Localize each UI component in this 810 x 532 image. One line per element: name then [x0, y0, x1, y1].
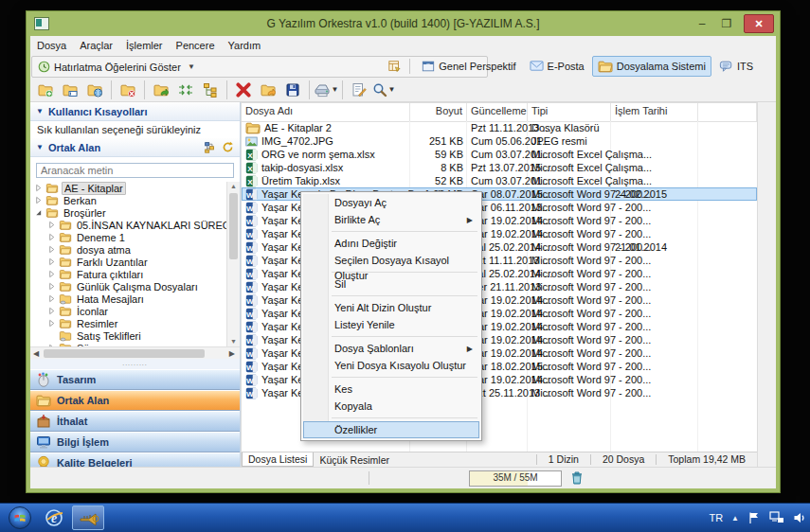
column-header-1[interactable]: Dosya Adı	[242, 103, 410, 121]
restore-button[interactable]	[256, 79, 280, 101]
tree-item-farklı-uzantılar[interactable]: Farklı Uzantılar	[30, 256, 226, 268]
perspective-e-posta[interactable]: E-Posta	[524, 56, 590, 77]
tree-item-fatura-çıktıları[interactable]: Fatura çıktıları	[30, 268, 226, 280]
speaker-icon[interactable]	[793, 511, 806, 524]
group-header-shortcuts[interactable]: ▼ Kullanıcı Kısayolları	[30, 102, 240, 121]
expand-icon[interactable]	[47, 257, 59, 266]
rename-folder-button[interactable]	[58, 79, 82, 101]
expand-icon[interactable]	[47, 245, 59, 254]
scroll-up-icon[interactable]: ▲	[227, 182, 240, 191]
expand-icon[interactable]	[47, 307, 59, 315]
sign-button[interactable]	[347, 79, 371, 101]
delete-button[interactable]	[231, 79, 256, 101]
delete-folder-button[interactable]	[116, 79, 140, 101]
tree-item-günlük-çalışma-dosyaları[interactable]: Günlük Çalışma Dosyaları	[30, 280, 226, 293]
tree-item-broşürler[interactable]: Broşürler	[30, 206, 226, 219]
file-row-1[interactable]: AE - Kitaplar 2Pzt 11.11.2013 ...Dosya K…	[242, 121, 757, 134]
file-row-3[interactable]: XORG ve norm şema.xlsx59 KBCum 03.07.201…	[242, 148, 757, 161]
layout-icon[interactable]	[385, 57, 404, 76]
tree-item-05-i-nsan-kaynaklari-süreci-[interactable]: 05.İNSAN KAYNAKLARI SÜRECİ	[30, 219, 226, 231]
context-menu-item-yeni-dosya-kısayolu-oluştur[interactable]: Yeni Dosya Kısayolu Oluştur	[303, 357, 479, 374]
new-folder-button[interactable]	[33, 79, 58, 101]
expand-icon[interactable]	[34, 196, 45, 204]
file-row-2[interactable]: IMG_4702.JPG251 KBCum 05.06.201...JPEG r…	[242, 134, 757, 148]
maximize-button[interactable]: ❐	[719, 15, 734, 32]
search-button[interactable]: ▼	[371, 79, 396, 101]
context-menu-item-birlikte-aç[interactable]: Birlikte Aç▶	[303, 211, 479, 228]
menu-item-3[interactable]: İşlemler	[119, 36, 170, 55]
orkestra-app-button[interactable]	[72, 505, 104, 530]
menu-item-4[interactable]: Pencere	[170, 36, 222, 55]
context-menu-item-özellikler[interactable]: Özellikler	[303, 421, 479, 438]
menu-item-2[interactable]: Araçlar	[73, 36, 119, 55]
context-menu-item-dosyayı-aç[interactable]: Dosyayı Aç	[303, 194, 479, 211]
save-button[interactable]	[280, 79, 305, 101]
show-hidden-icons-button[interactable]: ▲	[731, 514, 739, 523]
tree-vertical-scrollbar[interactable]: ▲ ▼	[226, 182, 240, 346]
tree-item-dosya-atma[interactable]: dosya atma	[30, 243, 226, 256]
scanner-button[interactable]: ▼	[314, 79, 338, 101]
tree-view-icon[interactable]	[204, 141, 216, 153]
close-button[interactable]: ✕	[744, 14, 774, 33]
tree-item-ae-kitaplar[interactable]: AE - Kitaplar	[30, 182, 226, 194]
scroll-left-icon[interactable]: ◀	[33, 349, 39, 358]
internet-explorer-button[interactable]: e	[38, 505, 70, 530]
action-center-flag-icon[interactable]	[747, 511, 761, 524]
refresh-icon[interactable]	[222, 141, 234, 153]
expand-icon[interactable]	[47, 282, 59, 291]
start-button[interactable]	[4, 505, 36, 530]
context-menu-item-adını-değiştir[interactable]: Adını Değiştir	[303, 235, 479, 252]
tab-file-list[interactable]: Dosya Listesi	[242, 452, 314, 467]
menu-item-1[interactable]: Dosya	[30, 36, 73, 55]
tree-item-i-conlar[interactable]: İconlar	[30, 305, 226, 317]
tree-item-satış-teklifleri[interactable]: Satış Teklifleri	[30, 329, 226, 342]
expand-icon[interactable]	[47, 294, 59, 303]
scrollbar-thumb[interactable]	[229, 193, 238, 259]
tree-item-hata-mesajları[interactable]: Hata Mesajları	[30, 293, 226, 305]
perspective-its[interactable]: ITS	[713, 56, 759, 77]
reminder-button[interactable]: Hatırlatma Öğelerini Göster ▼	[32, 58, 201, 76]
expand-icon[interactable]	[47, 270, 59, 278]
expand-icon[interactable]	[34, 184, 45, 192]
context-menu-item-yeni-alt-dizin-oluştur[interactable]: Yeni Alt Dizin Oluştur	[303, 299, 479, 316]
file-row-4[interactable]: Xtakip-dosyasi.xlsx8 KBPzt 13.07.2015 ..…	[242, 161, 757, 174]
language-indicator[interactable]: TR	[709, 512, 723, 523]
expand-icon[interactable]	[34, 208, 45, 217]
menu-item-5[interactable]: Yardım	[222, 36, 268, 55]
nav-button-ortak-alan[interactable]: Ortak Alan	[30, 390, 240, 411]
title-bar[interactable]: G Yazılım Orkestra v1.0 (build 1400) [G-…	[27, 11, 780, 36]
perspective-dosyalama-sistemi[interactable]: Dosyalama Sistemi	[592, 56, 711, 77]
scroll-right-icon[interactable]: ▶	[229, 349, 235, 358]
scroll-down-icon[interactable]: ▼	[227, 337, 240, 346]
move-folder-button[interactable]	[149, 79, 173, 101]
context-menu-item-listeyi-yenile[interactable]: Listeyi Yenile	[303, 316, 479, 333]
expand-icon[interactable]	[47, 319, 59, 328]
nav-button-tasarım[interactable]: Tasarım	[30, 369, 240, 390]
tree-item-resimler[interactable]: Resimler	[30, 317, 226, 329]
search-input[interactable]	[36, 163, 234, 178]
context-menu-item-kopyala[interactable]: Kopyala	[303, 398, 479, 415]
context-menu-item-sil[interactable]: Sil	[303, 275, 479, 293]
web-folder-button[interactable]	[82, 79, 107, 101]
column-header-5[interactable]: İşlem Tarihi	[611, 103, 698, 121]
context-menu-item-kes[interactable]: Kes	[303, 381, 479, 398]
tree-item-berkan[interactable]: Berkan	[30, 194, 226, 206]
file-row-5[interactable]: XÜretim Takip.xlsx52 KBCum 03.07.201...M…	[242, 174, 757, 187]
nav-button-i-thalat[interactable]: İthalat	[30, 411, 240, 432]
panel-splitter[interactable]: .........	[30, 359, 240, 369]
tree-horizontal-scrollbar[interactable]: ◀ ▶	[30, 346, 240, 360]
column-header-4[interactable]: Tipi	[528, 103, 611, 121]
scrollbar-thumb[interactable]	[44, 349, 205, 358]
column-header-2[interactable]: Boyut	[410, 103, 467, 121]
column-header-3[interactable]: Güncelleme Za...	[467, 103, 528, 121]
context-menu-item-dosya-şablonları[interactable]: Dosya Şablonları▶	[303, 340, 479, 357]
expand-icon[interactable]	[47, 221, 59, 229]
trash-icon[interactable]	[568, 470, 585, 487]
tree-item-deneme-1[interactable]: Deneme 1	[30, 231, 226, 243]
network-icon[interactable]	[769, 511, 784, 524]
expand-button[interactable]	[173, 79, 198, 101]
context-menu-item-seçilen-dosyaya-kısayol-oluştur[interactable]: Seçilen Dosyaya Kısayol Oluştur	[303, 252, 479, 269]
group-header-common-area[interactable]: ▼ Ortak Alan	[30, 138, 240, 157]
tab-thumbnails[interactable]: Küçük Resimler	[314, 453, 395, 467]
minimize-button[interactable]: –	[694, 15, 710, 32]
